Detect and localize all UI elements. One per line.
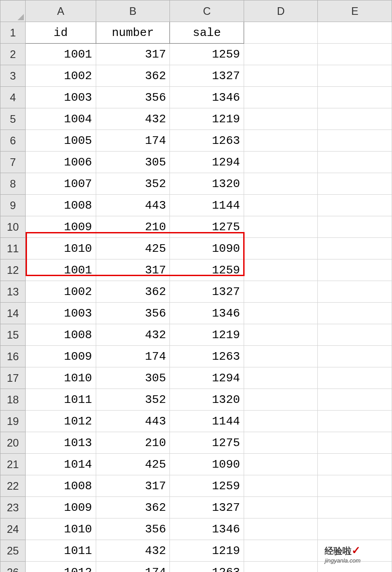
cell-e19[interactable] [318,411,392,432]
cell-a17[interactable]: 1010 [26,367,96,389]
cell-b5[interactable]: 432 [96,108,170,130]
cell-d2[interactable] [244,44,318,65]
cell-b7[interactable]: 305 [96,152,170,173]
cell-d12[interactable] [244,259,318,281]
cell-d14[interactable] [244,303,318,324]
cell-c20[interactable]: 1275 [170,432,244,454]
cell-a18[interactable]: 1011 [26,389,96,411]
cell-a13[interactable]: 1002 [26,281,96,303]
row-header-18[interactable]: 18 [0,389,26,411]
cell-b11[interactable]: 425 [96,238,170,259]
cell-b3[interactable]: 362 [96,65,170,87]
row-header-4[interactable]: 4 [0,87,26,108]
cell-e7[interactable] [318,152,392,173]
cell-e24[interactable] [318,518,392,540]
cell-b26[interactable]: 174 [96,562,170,572]
cell-d20[interactable] [244,432,318,454]
cell-c23[interactable]: 1327 [170,497,244,518]
cell-c11[interactable]: 1090 [170,238,244,259]
cell-d23[interactable] [244,497,318,518]
cell-e3[interactable] [318,65,392,87]
cell-d9[interactable] [244,195,318,216]
row-header-22[interactable]: 22 [0,475,26,497]
row-header-10[interactable]: 10 [0,216,26,238]
cell-c1[interactable]: sale [170,22,244,44]
cell-e13[interactable] [318,281,392,303]
cell-c6[interactable]: 1263 [170,130,244,152]
cell-e17[interactable] [318,367,392,389]
row-header-24[interactable]: 24 [0,518,26,540]
cell-b21[interactable]: 425 [96,454,170,475]
cell-b10[interactable]: 210 [96,216,170,238]
cell-b4[interactable]: 356 [96,87,170,108]
cell-a4[interactable]: 1003 [26,87,96,108]
cell-a3[interactable]: 1002 [26,65,96,87]
row-header-26[interactable]: 26 [0,562,26,572]
cell-b6[interactable]: 174 [96,130,170,152]
cell-b20[interactable]: 210 [96,432,170,454]
cell-b22[interactable]: 317 [96,475,170,497]
cell-e6[interactable] [318,130,392,152]
row-header-12[interactable]: 12 [0,259,26,281]
cell-b1[interactable]: number [96,22,170,44]
row-header-7[interactable]: 7 [0,152,26,173]
cell-a23[interactable]: 1009 [26,497,96,518]
cell-d11[interactable] [244,238,318,259]
spreadsheet-grid[interactable]: A B C D E 1 id number sale 2 1001 317 12… [0,0,392,572]
cell-e1[interactable] [318,22,392,44]
cell-d8[interactable] [244,173,318,195]
cell-b18[interactable]: 352 [96,389,170,411]
cell-a20[interactable]: 1013 [26,432,96,454]
cell-d4[interactable] [244,87,318,108]
select-all-corner[interactable] [0,0,26,22]
cell-c16[interactable]: 1263 [170,346,244,367]
cell-d24[interactable] [244,518,318,540]
cell-e16[interactable] [318,346,392,367]
cell-b23[interactable]: 362 [96,497,170,518]
cell-e4[interactable] [318,87,392,108]
cell-b12[interactable]: 317 [96,259,170,281]
cell-a14[interactable]: 1003 [26,303,96,324]
cell-e14[interactable] [318,303,392,324]
cell-d6[interactable] [244,130,318,152]
cell-e21[interactable] [318,454,392,475]
row-header-16[interactable]: 16 [0,346,26,367]
cell-a26[interactable]: 1012 [26,562,96,572]
cell-a8[interactable]: 1007 [26,173,96,195]
row-header-6[interactable]: 6 [0,130,26,152]
row-header-17[interactable]: 17 [0,367,26,389]
cell-d21[interactable] [244,454,318,475]
cell-c3[interactable]: 1327 [170,65,244,87]
cell-a21[interactable]: 1014 [26,454,96,475]
cell-a9[interactable]: 1008 [26,195,96,216]
cell-e8[interactable] [318,173,392,195]
row-header-8[interactable]: 8 [0,173,26,195]
cell-e2[interactable] [318,44,392,65]
row-header-3[interactable]: 3 [0,65,26,87]
cell-c21[interactable]: 1090 [170,454,244,475]
column-header-b[interactable]: B [96,0,170,22]
row-header-11[interactable]: 11 [0,238,26,259]
row-header-15[interactable]: 15 [0,324,26,346]
cell-e23[interactable] [318,497,392,518]
cell-a15[interactable]: 1008 [26,324,96,346]
cell-a22[interactable]: 1008 [26,475,96,497]
cell-c15[interactable]: 1219 [170,324,244,346]
row-header-20[interactable]: 20 [0,432,26,454]
cell-c9[interactable]: 1144 [170,195,244,216]
cell-a1[interactable]: id [26,22,96,44]
cell-a5[interactable]: 1004 [26,108,96,130]
cell-c13[interactable]: 1327 [170,281,244,303]
cell-d13[interactable] [244,281,318,303]
cell-e15[interactable] [318,324,392,346]
cell-d3[interactable] [244,65,318,87]
cell-b2[interactable]: 317 [96,44,170,65]
cell-c8[interactable]: 1320 [170,173,244,195]
cell-d16[interactable] [244,346,318,367]
row-header-14[interactable]: 14 [0,303,26,324]
cell-d1[interactable] [244,22,318,44]
row-header-5[interactable]: 5 [0,108,26,130]
cell-b15[interactable]: 432 [96,324,170,346]
cell-a10[interactable]: 1009 [26,216,96,238]
cell-c4[interactable]: 1346 [170,87,244,108]
